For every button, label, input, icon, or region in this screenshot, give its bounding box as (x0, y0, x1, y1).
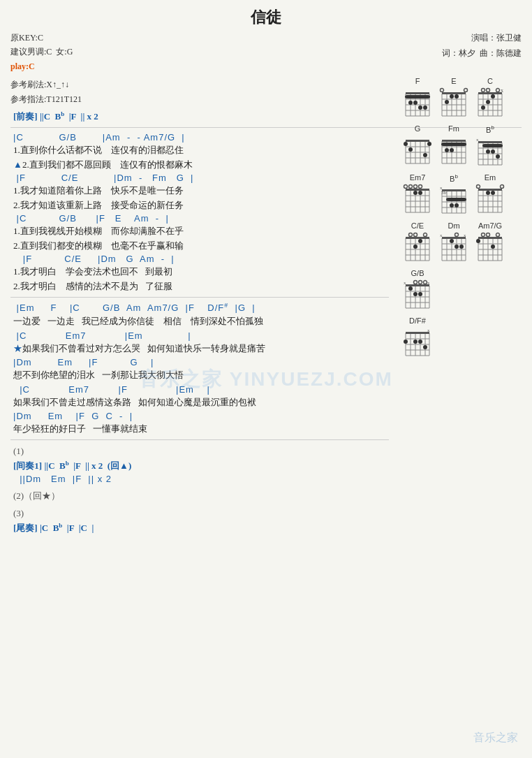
divider-3 (10, 439, 389, 440)
diagram-C: C x (474, 77, 506, 119)
svg-rect-64 (406, 140, 429, 142)
diagram-Fm: Fm (438, 124, 470, 166)
svg-text:x: x (476, 137, 479, 143)
svg-point-30 (464, 89, 468, 92)
svg-point-133 (450, 203, 454, 207)
chord-line-4: |F C/E |Dm G Am - | (13, 254, 389, 264)
svg-point-219 (414, 281, 418, 284)
svg-point-32 (455, 94, 459, 99)
original-key: 原KEY:C (10, 31, 73, 45)
svg-text:x: x (427, 280, 430, 286)
paren-2: (2)（回★） (13, 490, 389, 502)
svg-point-148 (477, 184, 480, 188)
diagram-row-3: Em7 (401, 173, 524, 217)
singer: 演唱：张卫健 (442, 31, 522, 46)
svg-point-149 (501, 184, 504, 188)
svg-point-199 (482, 233, 485, 237)
lyric-3b: 2.直到我们都变的模糊 也毫不在乎赢和输 (13, 239, 389, 253)
svg-rect-80 (442, 140, 466, 142)
outro-header: [尾奏] |C Bb |F |C | (13, 522, 389, 534)
svg-point-31 (450, 94, 454, 99)
chord-line-9: |Dm Em |F G C - | (13, 411, 389, 421)
diagram-G: G (401, 124, 434, 166)
chord-line-7: |Dm Em |F G | (13, 357, 389, 367)
svg-rect-132 (446, 198, 466, 201)
svg-point-29 (441, 89, 444, 92)
svg-point-238 (413, 340, 418, 344)
svg-point-118 (418, 191, 422, 195)
diagram-F: F (401, 77, 434, 119)
svg-point-99 (491, 150, 495, 154)
diagrams-area: F (401, 77, 524, 364)
svg-rect-81 (441, 143, 466, 146)
chord-line-1: |C G/B |Am - - Am7/G | (13, 132, 389, 143)
svg-point-115 (414, 184, 418, 188)
svg-point-100 (496, 154, 500, 159)
lyric-7: 想不到你绝望的泪水 一刹那让我大彻大悟 (13, 368, 389, 382)
svg-point-13 (408, 101, 413, 105)
lyric-5: 一边爱 一边走 我已经成为你信徒 相信 情到深处不怕孤独 (13, 314, 389, 328)
main-content: |C G/B |Am - - Am7/G | 1.直到你什么话都不说 连仅有的泪… (10, 132, 389, 534)
svg-point-98 (486, 150, 490, 154)
svg-rect-180 (442, 237, 466, 239)
svg-point-240 (423, 345, 427, 349)
svg-point-151 (491, 191, 495, 195)
chord-line-5: |Em F |C G/B Am Am7/G |F D/F# |G | (13, 302, 389, 313)
diagram-row-6: D/F# x (401, 316, 524, 358)
chord-line-2: |F C/E |Dm - Fm G | (13, 173, 389, 183)
diagram-row-5: G/B x x (401, 269, 524, 311)
bottom-watermark: 音乐之家 (473, 731, 518, 745)
paren-1: (1) (13, 446, 389, 457)
svg-point-116 (419, 184, 422, 188)
svg-rect-163 (406, 237, 429, 239)
header-row: 原KEY:C 建议男调:C 女:G play:C 演唱：张卫健 词：林夕 曲：陈… (10, 31, 522, 73)
svg-rect-28 (442, 92, 466, 94)
svg-point-221 (424, 281, 427, 284)
svg-point-48 (496, 89, 500, 92)
svg-point-82 (445, 148, 449, 152)
svg-point-114 (409, 184, 413, 188)
diagram-Dm: Dm x x (438, 221, 470, 263)
lyricist-composer: 词：林夕 曲：陈德建 (442, 46, 522, 61)
lyric-4a: 1.我才明白 学会变法术也回不 到最初 (13, 265, 389, 279)
svg-point-66 (427, 142, 431, 146)
svg-point-164 (409, 233, 413, 237)
lyric-8: 如果我们不曾走过感情这条路 如何知道心魔是最沉重的包袱 (13, 395, 389, 409)
lyric-3a: 1.直到我视线开始模糊 而你却满脸不在乎 (13, 224, 389, 238)
svg-point-51 (486, 100, 490, 104)
svg-point-183 (455, 233, 459, 237)
svg-text:x: x (440, 233, 443, 238)
paren-3: (3) (13, 508, 389, 519)
interlude-header: [间奏1] ||C Bb |F || x 2 (回▲) (13, 460, 389, 472)
interlude-chord: ||Dm Em |F || x 2 (13, 474, 389, 484)
svg-point-201 (496, 233, 500, 237)
play-key: play:C (10, 59, 73, 73)
svg-text:x: x (501, 87, 503, 94)
svg-text:x: x (404, 280, 406, 286)
svg-rect-198 (478, 237, 502, 239)
svg-point-203 (491, 245, 495, 249)
svg-text:3fr: 3fr (441, 190, 448, 196)
divider-2 (10, 297, 389, 298)
performer-info: 演唱：张卫健 词：林夕 曲：陈德建 (442, 31, 522, 61)
svg-rect-97 (482, 144, 503, 147)
diagram-row-4: C/E (401, 221, 524, 263)
svg-point-83 (450, 148, 454, 152)
svg-point-68 (423, 153, 427, 157)
bottom-section: (1) [间奏1] ||C Bb |F || x 2 (回▲) ||Dm Em … (10, 446, 389, 535)
chord-line-6: |C Em7 |Em | (13, 330, 389, 341)
lyric-9: 年少轻狂的好日子 一懂事就结束 (13, 422, 389, 436)
chord-line-8: |C Em7 |F |Em | (13, 384, 389, 395)
diagram-DFsharp: D/F# x (401, 316, 434, 358)
svg-point-237 (404, 340, 408, 344)
svg-point-52 (481, 105, 485, 110)
svg-text:x: x (427, 328, 430, 333)
svg-point-220 (419, 281, 422, 284)
svg-point-168 (413, 245, 418, 249)
chord-line-3: |C G/B |F E Am - | (13, 213, 389, 224)
svg-point-47 (487, 89, 490, 92)
svg-point-50 (491, 94, 495, 99)
diagram-Am7G: Am7/G (474, 221, 506, 263)
diagram-GB: G/B x x (401, 269, 434, 311)
lyric-2a: 1.我才知道陪着你上路 快乐不是唯一任务 (13, 184, 389, 198)
